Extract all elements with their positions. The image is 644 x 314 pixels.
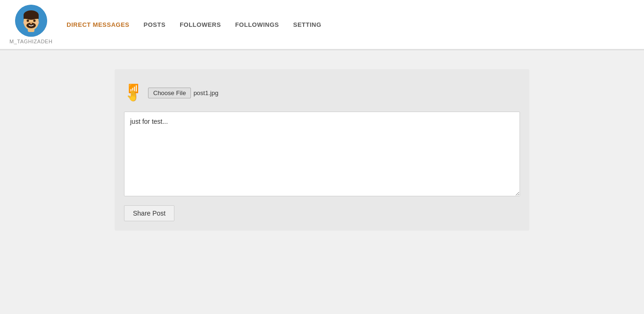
svg-point-6 bbox=[33, 20, 35, 22]
avatar-image bbox=[15, 5, 47, 37]
avatar-container: M_TAGHIZADEH bbox=[9, 5, 52, 44]
choose-file-button[interactable]: Choose File bbox=[148, 88, 191, 98]
share-post-button[interactable]: Share Post bbox=[124, 205, 174, 221]
upload-icon: 📶 🤚 bbox=[126, 83, 143, 102]
nav-followings[interactable]: FOLLOWINGS bbox=[235, 19, 279, 30]
svg-point-5 bbox=[26, 20, 29, 22]
nav-posts[interactable]: POSTS bbox=[144, 19, 166, 30]
file-input-wrapper: Choose File post1.jpg bbox=[148, 88, 218, 98]
nav-setting[interactable]: SETTING bbox=[293, 19, 322, 30]
nav-followers[interactable]: FOLLOWERS bbox=[180, 19, 221, 30]
username-label: M_TAGHIZADEH bbox=[9, 39, 52, 44]
svg-point-9 bbox=[23, 21, 27, 24]
share-row: Share Post bbox=[124, 205, 520, 221]
nav: DIRECT MESSAGES POSTS FOLLOWERS FOLLOWIN… bbox=[66, 19, 321, 30]
main-content: 📶 🤚 Choose File post1.jpg just for test.… bbox=[0, 50, 644, 250]
file-name-label: post1.jpg bbox=[193, 89, 218, 97]
svg-rect-4 bbox=[24, 15, 39, 19]
header: M_TAGHIZADEH DIRECT MESSAGES POSTS FOLLO… bbox=[0, 0, 644, 49]
nav-direct-messages[interactable]: DIRECT MESSAGES bbox=[66, 19, 129, 30]
svg-point-8 bbox=[30, 22, 32, 24]
avatar bbox=[15, 5, 47, 37]
file-upload-row: 📶 🤚 Choose File post1.jpg bbox=[124, 79, 520, 107]
post-textarea[interactable]: just for test... bbox=[124, 112, 520, 196]
hand-icon: 🤚 bbox=[126, 90, 139, 102]
post-form-container: 📶 🤚 Choose File post1.jpg just for test.… bbox=[115, 69, 529, 231]
svg-point-10 bbox=[35, 21, 39, 24]
